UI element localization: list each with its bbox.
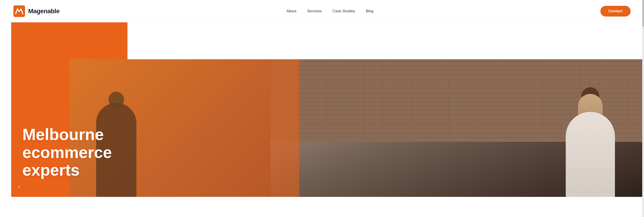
person-right-silhouette <box>554 80 626 197</box>
scrollbar[interactable] <box>642 0 644 197</box>
nav-services[interactable]: Services <box>307 9 322 14</box>
hero-section: Melbourne ecommerce experts ‹ <box>0 22 644 197</box>
logo-text: Magenable <box>28 8 60 15</box>
main-nav: About Services Case Studies Blog <box>286 9 374 14</box>
header: Magenable About Services Case Studies Bl… <box>0 0 644 22</box>
hero-arrow-button[interactable]: ‹ <box>18 183 20 190</box>
hero-title-line3: experts <box>22 161 80 179</box>
contact-button[interactable]: Contact <box>600 6 630 16</box>
nav-about[interactable]: About <box>286 9 296 14</box>
hero-scene <box>69 59 644 197</box>
scrollbar-thumb[interactable] <box>642 0 644 27</box>
person-body <box>566 112 615 197</box>
logo[interactable]: Magenable <box>14 5 60 17</box>
arrow-icon: ‹ <box>18 183 20 190</box>
hero-title-line1: Melbourne <box>22 126 104 144</box>
header-right: Contact <box>600 6 630 16</box>
nav-blog[interactable]: Blog <box>366 9 374 14</box>
hero-image-area <box>69 59 644 197</box>
nav-case-studies[interactable]: Case Studies <box>332 9 355 14</box>
hero-text: Melbourne ecommerce experts <box>22 126 112 179</box>
logo-icon <box>14 5 25 17</box>
hero-title-line2: ecommerce <box>22 144 112 161</box>
hero-title: Melbourne ecommerce experts <box>22 126 112 179</box>
